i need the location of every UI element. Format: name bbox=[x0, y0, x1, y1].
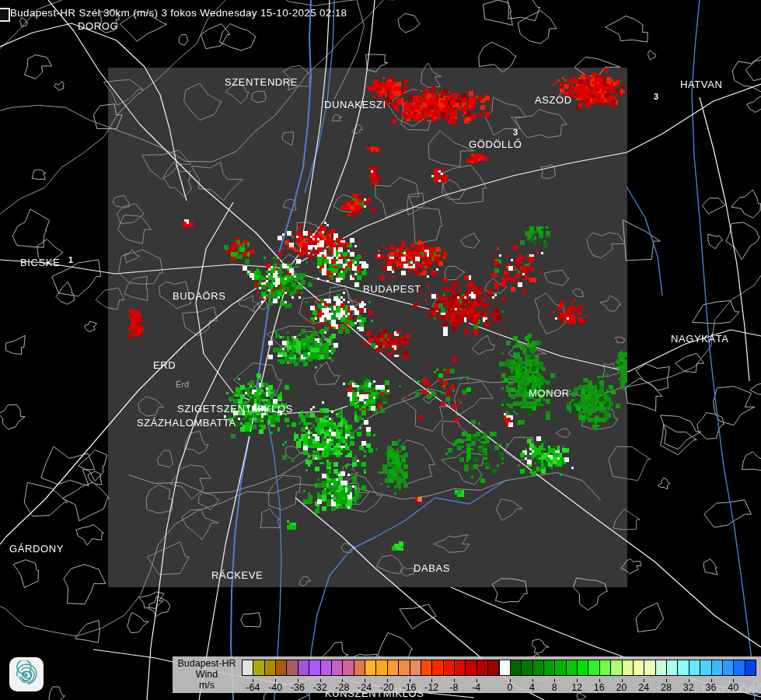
city-label: BUDAÖRS bbox=[173, 290, 226, 302]
colorbar-cell bbox=[421, 660, 432, 676]
colorbar-cell bbox=[410, 660, 421, 676]
colorbar-cell bbox=[443, 660, 455, 676]
city-label: DOROG bbox=[78, 20, 118, 32]
colorbar-cell bbox=[499, 660, 511, 676]
colorbar-cell bbox=[264, 660, 276, 676]
minor-label: Érd bbox=[176, 380, 189, 389]
colorbar-cell bbox=[354, 660, 365, 676]
colorbar-tick-label: -4 bbox=[463, 682, 490, 693]
road-number-label: 1 bbox=[68, 255, 73, 264]
window-icon bbox=[0, 8, 10, 22]
colorbar-cell bbox=[309, 660, 320, 676]
city-label: BUDAPEST bbox=[363, 283, 421, 295]
colorbar-cell bbox=[566, 660, 578, 676]
colorbar-cell bbox=[588, 660, 599, 676]
colorbar-cell bbox=[633, 660, 644, 676]
city-label: SZIGETSZENTMIKLÓS bbox=[177, 403, 293, 415]
colorbar-cell bbox=[454, 660, 466, 676]
colorbar-cell bbox=[510, 660, 522, 676]
city-label: ASZÓD bbox=[535, 94, 572, 106]
colorbar-cell bbox=[521, 660, 532, 676]
colorbar-cell bbox=[622, 660, 634, 676]
city-label: MONOR bbox=[529, 387, 570, 399]
colorbar-cell bbox=[242, 660, 253, 676]
colorbar-cell bbox=[375, 660, 387, 676]
colorbar-cell bbox=[644, 660, 655, 676]
colorbar-cell bbox=[387, 660, 399, 676]
colorbar-cell bbox=[487, 660, 499, 676]
legend-product: Budapest-HR bbox=[173, 658, 241, 669]
colorbar-cell bbox=[331, 660, 343, 676]
colorbar-tick-label: 40 bbox=[719, 682, 747, 693]
city-label: RÁCKEVE bbox=[211, 569, 263, 581]
colorbar-cell bbox=[599, 660, 611, 676]
city-label: ERD bbox=[153, 359, 176, 371]
colorbar-cell bbox=[577, 660, 588, 676]
colorbar-cell bbox=[253, 660, 264, 676]
colorbar-cell bbox=[532, 660, 544, 676]
city-label: SZÁZHALOMBATTA bbox=[137, 417, 236, 429]
city-label: GÖDÖLLŐ bbox=[469, 138, 522, 150]
legend-panel: Budapest-HR Wind m/s -64-40-36-32-28-24-… bbox=[173, 656, 761, 693]
spiral-icon bbox=[12, 660, 40, 688]
colorbar-cell bbox=[677, 660, 689, 676]
colorbar-cell bbox=[275, 660, 287, 676]
city-label: BICSKE bbox=[20, 257, 60, 268]
colorbar-cell bbox=[365, 660, 376, 676]
colorbar-cell bbox=[666, 660, 678, 676]
city-label: SZENTENDRE bbox=[225, 76, 298, 88]
colorbar-cell bbox=[476, 660, 488, 676]
colorbar-cell bbox=[722, 660, 734, 676]
app-logo bbox=[9, 657, 44, 691]
colorbar-cell bbox=[543, 660, 555, 676]
colorbar-cell bbox=[700, 660, 711, 676]
colorbar-cell bbox=[711, 660, 723, 676]
radar-title: Budapest-HR Szél 30km (m/s) 3 fokos Wedn… bbox=[10, 7, 347, 19]
road-number-label: 3 bbox=[654, 92, 658, 101]
colorbar-cell bbox=[398, 660, 410, 676]
colorbar-cell bbox=[465, 660, 476, 676]
colorbar-cell bbox=[431, 660, 443, 676]
legend-field: Wind bbox=[173, 669, 241, 680]
city-label: HATVAN bbox=[680, 79, 722, 90]
city-label: NAGYKÁTA bbox=[671, 333, 729, 345]
colorbar-cell bbox=[655, 660, 667, 676]
radar-app-window: Budapest-HR Szél 30km (m/s) 3 fokos Wedn… bbox=[0, 0, 761, 700]
colorbar-cell bbox=[342, 660, 354, 676]
colorbar-cell bbox=[554, 660, 566, 676]
colorbar-cell bbox=[733, 660, 745, 676]
city-label: DUNAKESZI bbox=[324, 99, 386, 110]
colorbar-cell bbox=[298, 660, 309, 676]
colorbar-cell bbox=[745, 660, 756, 676]
colorbar-cell bbox=[610, 660, 622, 676]
city-label: GÁRDONY bbox=[9, 543, 64, 555]
road-number-label: 3 bbox=[513, 128, 518, 137]
colorbar-cell bbox=[320, 660, 332, 676]
colorbar-cell bbox=[689, 660, 700, 676]
city-label: DABAS bbox=[414, 562, 450, 574]
colorbar-cell bbox=[286, 660, 298, 676]
legend-titles: Budapest-HR Wind m/s bbox=[173, 658, 241, 691]
legend-units: m/s bbox=[173, 680, 241, 691]
